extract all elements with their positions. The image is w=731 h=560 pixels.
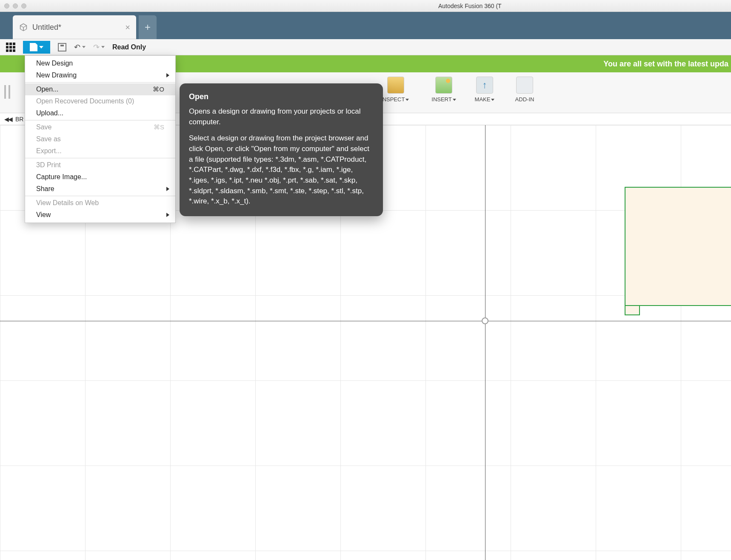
chevron-down-icon (405, 99, 409, 101)
menu-open-recovered: Open Recovered Documents (0) (25, 95, 175, 107)
addins-icon (516, 77, 533, 94)
menu-label: Save (36, 123, 51, 131)
menu-shortcut: ⌘O (153, 86, 164, 93)
tooltip-title: Open (189, 91, 374, 102)
menu-label: View Details on Web (36, 199, 99, 207)
menu-label: Open... (36, 86, 58, 93)
titlebar: Autodesk Fusion 360 (T (0, 0, 731, 12)
chevron-down-icon (453, 99, 456, 101)
minimize-window-icon[interactable] (13, 3, 18, 9)
document-tab-label: Untitled* (32, 23, 125, 32)
submenu-arrow-icon (166, 213, 169, 217)
menu-save-as: Save as (25, 133, 175, 145)
breadcrumb-label: BR (15, 116, 23, 123)
window-controls[interactable] (4, 3, 26, 9)
chevron-down-icon (101, 46, 105, 48)
new-tab-button[interactable]: + (139, 15, 157, 39)
menu-label: Save as (36, 135, 61, 143)
menu-view[interactable]: View (25, 209, 175, 221)
maximize-window-icon[interactable] (21, 3, 26, 9)
chevron-down-icon (491, 99, 494, 101)
chevron-down-icon (82, 46, 86, 48)
ribbon-insert[interactable]: INSERT (425, 72, 463, 113)
file-menu: New Design New Drawing Open...⌘O Open Re… (25, 55, 176, 223)
document-tab[interactable]: Untitled* × (13, 15, 136, 39)
menu-new-design[interactable]: New Design (25, 57, 175, 69)
menu-label: Open Recovered Documents (0) (36, 97, 134, 105)
ribbon-grip[interactable] (4, 85, 10, 99)
submenu-arrow-icon (166, 187, 169, 191)
tooltip-paragraph: Select a design or drawing from the proj… (189, 133, 374, 206)
menu-upload[interactable]: Upload... (25, 107, 175, 119)
ribbon-label: INSERT (431, 96, 451, 103)
menu-save: Save⌘S (25, 121, 175, 133)
menu-shortcut: ⌘S (154, 123, 164, 131)
ribbon-make[interactable]: MAKE (465, 72, 504, 113)
document-tab-strip: Untitled* × + (0, 12, 731, 39)
insert-icon (435, 77, 452, 94)
menu-3d-print: 3D Print (25, 159, 175, 171)
redo-button[interactable]: ↷ (93, 43, 105, 52)
inspect-icon (387, 77, 404, 94)
menu-label: Upload... (36, 109, 63, 117)
menu-label: Capture Image... (36, 173, 87, 181)
menu-label: View (36, 211, 51, 219)
file-menu-button[interactable] (23, 41, 50, 54)
file-icon (30, 43, 37, 51)
menu-label: New Design (36, 60, 73, 67)
ribbon-label: ADD-IN (515, 96, 534, 103)
menu-share[interactable]: Share (25, 183, 175, 195)
window-title: Autodesk Fusion 360 (T (438, 3, 502, 9)
menu-new-drawing[interactable]: New Drawing (25, 69, 175, 81)
submenu-arrow-icon (166, 73, 169, 77)
menu-label: Share (36, 185, 54, 193)
chevron-down-icon (39, 46, 43, 49)
y-axis (485, 125, 485, 560)
rewind-icon[interactable]: ◀◀ (4, 116, 12, 123)
tooltip-open: Open Opens a design or drawing from your… (180, 83, 383, 216)
menu-open[interactable]: Open...⌘O (25, 83, 175, 95)
make-icon (476, 77, 493, 94)
close-tab-icon[interactable]: × (125, 23, 130, 32)
menu-label: New Drawing (36, 71, 77, 79)
menu-label: Export... (36, 147, 62, 155)
ribbon-label: NSPECT (383, 96, 405, 103)
cube-icon (19, 23, 28, 32)
sketch-profile[interactable] (625, 187, 731, 323)
x-axis (0, 321, 731, 321)
ribbon-addins[interactable]: ADD-IN (505, 72, 544, 113)
data-panel-button[interactable] (6, 43, 15, 52)
menu-capture-image[interactable]: Capture Image... (25, 171, 175, 183)
menu-view-details-web: View Details on Web (25, 197, 175, 209)
origin-marker[interactable] (482, 317, 488, 324)
tooltip-paragraph: Opens a design or drawing from your proj… (189, 106, 374, 127)
close-window-icon[interactable] (4, 3, 9, 9)
quick-access-toolbar: ↶ ↷ Read Only (0, 39, 731, 55)
menu-export: Export... (25, 145, 175, 157)
save-button[interactable] (58, 43, 66, 51)
read-only-label: Read Only (112, 43, 146, 51)
ribbon-label: MAKE (475, 96, 491, 103)
banner-text: You are all set with the latest upda (603, 60, 728, 69)
undo-button[interactable]: ↶ (74, 43, 86, 52)
menu-label: 3D Print (36, 161, 61, 169)
